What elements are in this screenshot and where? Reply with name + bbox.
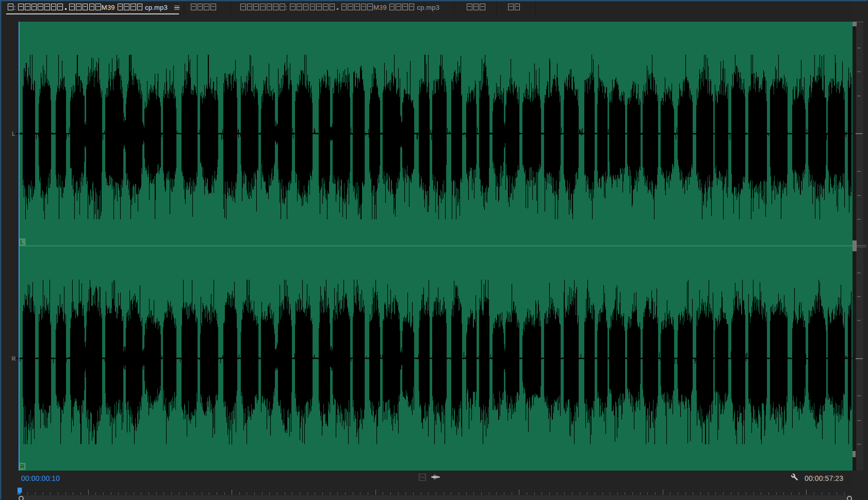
- svg-text:R: R: [20, 463, 24, 470]
- svg-text:L: L: [20, 239, 23, 245]
